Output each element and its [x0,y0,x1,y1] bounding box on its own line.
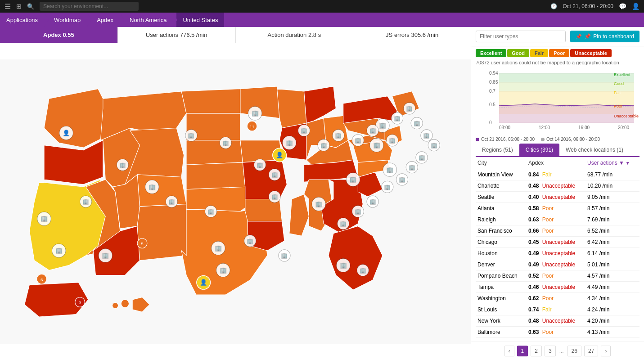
state-wisconsin[interactable] [277,89,306,128]
svg-text:🏢: 🏢 [373,141,381,149]
svg-text:16:00: 16:00 [578,125,590,130]
svg-text:0.7: 0.7 [489,89,495,94]
main-content: Apdex 0.55 User actions 776.5 /min Actio… [0,27,644,360]
breadcrumb: Applications Worldmap Apdex North Americ… [0,13,644,27]
hawaii-island[interactable] [121,300,129,307]
svg-text:Poor: Poor [614,104,622,108]
svg-text:🏢: 🏢 [82,198,89,205]
table-row[interactable]: Atlanta 0.58 Poor 8.57 /min [476,203,639,214]
us-map-container[interactable]: 👤 🏢 🏢 🏢 🏢 🏢 🏢 [0,43,471,360]
tab-cities[interactable]: Cities (391) [519,144,559,157]
cell-user-actions: 8.57 /min [585,203,639,214]
col-apdex[interactable]: Apdex [527,157,585,169]
table-row[interactable]: Washington 0.62 Poor 4.34 /min [476,293,639,304]
svg-text:🏢: 🏢 [247,238,253,244]
svg-text:Unacceptable: Unacceptable [614,114,639,118]
hawaii-island-2[interactable] [113,302,118,308]
legend: Excellent Good Fair Poor Unacceptable [471,46,644,60]
comment-icon[interactable]: 💬 [619,3,626,10]
pagination-prev[interactable]: ‹ [504,346,514,356]
cell-user-actions: 4.34 /min [585,293,639,304]
table-row[interactable]: Charlotte 0.48 Unacceptable 10.20 /min [476,180,639,192]
svg-text:🏢: 🏢 [355,137,361,144]
table-row[interactable]: Mountain View 0.84 Fair 68.77 /min [476,169,639,180]
svg-text:🏢: 🏢 [119,162,126,168]
svg-text:🏢: 🏢 [340,220,347,227]
pagination-page-3[interactable]: 3 [545,346,556,356]
svg-text:🏢: 🏢 [102,252,109,259]
state-new-mexico[interactable] [137,204,191,260]
breadcrumb-united-states[interactable]: United States [176,13,224,27]
breadcrumb-apdex[interactable]: Apdex [90,13,120,27]
table-row[interactable]: Seattle 0.40 Unacceptable 9.05 /min [476,192,639,203]
table-row[interactable]: Raleigh 0.63 Poor 7.69 /min [476,214,639,225]
tab-regions[interactable]: Regions (51) [476,144,519,157]
state-kansas[interactable] [186,162,245,189]
cell-city: New York [476,315,527,327]
svg-text:11: 11 [250,124,255,129]
table-row[interactable]: Baltimore 0.63 Poor 4.13 /min [476,327,639,338]
svg-text:🏢: 🏢 [301,127,307,134]
clock-icon: 🕐 [550,3,557,9]
table-row[interactable]: New York 0.48 Unacceptable 4.20 /min [476,315,639,327]
state-north-dakota[interactable] [181,89,240,113]
svg-text:🏢: 🏢 [281,252,288,259]
col-user-actions[interactable]: User actions ▼ [585,157,639,169]
cell-city: Denver [476,259,527,270]
svg-text:3: 3 [79,300,81,305]
table-row[interactable]: St Louis 0.74 Fair 4.24 /min [476,304,639,315]
search-icon: 🔍 [27,3,34,10]
state-colorado[interactable] [137,175,186,207]
tab-web-check[interactable]: Web check locations (1) [559,144,630,157]
cell-city: St Louis [476,304,527,315]
previous-date-legend: Oct 14 2016, 06:00 - 20:00 [541,137,600,142]
state-oklahoma[interactable] [186,187,250,211]
action-duration-stat: Action duration 2.8 s [236,27,354,43]
cell-city: Tampa [476,282,527,293]
cell-city: Baltimore [476,327,527,338]
table-row[interactable]: San Francisco 0.66 Poor 6.52 /min [476,225,639,237]
svg-text:🏢: 🏢 [340,261,347,269]
pagination-next[interactable]: › [601,346,611,356]
cell-apdex: 0.45 Unacceptable [527,237,585,248]
table-row[interactable]: Pompano Beach 0.52 Poor 4.57 /min [476,270,639,282]
topbar-right: 🕐 Oct 21, 06:00 - 20:00 💬 👤 [550,3,639,10]
breadcrumb-north-america[interactable]: North America [123,13,173,27]
grid-icon[interactable]: ⊞ [16,3,22,10]
pagination-page-26[interactable]: 26 [567,346,581,356]
cell-city: Raleigh [476,214,527,225]
breadcrumb-applications[interactable]: Applications [0,13,44,27]
cell-user-actions: 9.05 /min [585,192,639,203]
legend-fair: Fair [530,49,548,57]
filter-input[interactable] [476,31,566,42]
hamburger-icon[interactable]: ☰ [5,2,11,11]
table-row[interactable]: Chicago 0.45 Unacceptable 6.42 /min [476,237,639,248]
pin-to-dashboard-button[interactable]: 📌 Pin to dashboard [570,31,639,42]
svg-text:6: 6 [41,277,43,282]
svg-text:🏢: 🏢 [257,162,263,168]
apdex-chart: 0.94 0.85 0.7 0.5 0 [476,68,639,131]
user-icon[interactable]: 👤 [632,3,639,10]
state-nebraska[interactable] [186,140,243,165]
cell-apdex: 0.63 Poor [527,214,585,225]
col-city[interactable]: City [476,157,527,169]
tabs: Regions (51) Cities (391) Web check loca… [476,144,639,157]
svg-text:🏢: 🏢 [394,115,401,122]
pagination-page-27[interactable]: 27 [584,346,598,356]
table-row[interactable]: Denver 0.49 Unacceptable 5.01 /min [476,259,639,270]
breadcrumb-worldmap[interactable]: Worldmap [48,13,87,27]
cell-user-actions: 6.42 /min [585,237,639,248]
cell-apdex: 0.40 Unacceptable [527,192,585,203]
svg-text:🏢: 🏢 [315,200,323,208]
svg-text:08:00: 08:00 [499,125,510,130]
previous-date-dot [541,138,545,141]
current-date-legend: Oct 21 2016, 06:00 - 20:00 [476,137,535,142]
pagination-page-2[interactable]: 2 [531,346,542,356]
current-date-dot [476,138,479,141]
table-row[interactable]: Houston 0.49 Unacceptable 6.14 /min [476,248,639,259]
search-input[interactable] [40,2,139,11]
pagination: ‹ 1 2 3 ... 26 27 › [471,342,644,360]
table-row[interactable]: Tampa 0.46 Unacceptable 4.49 /min [476,282,639,293]
pagination-page-1[interactable]: 1 [517,346,528,356]
cell-user-actions: 4.57 /min [585,270,639,282]
